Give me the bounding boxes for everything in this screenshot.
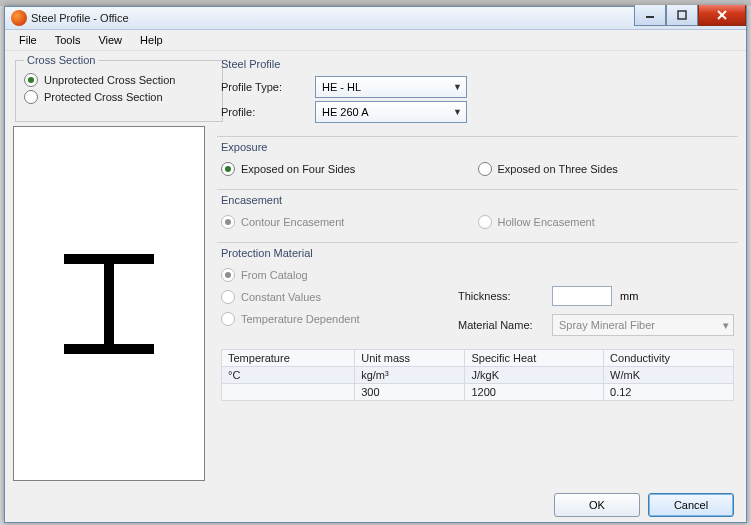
radio-unprotected[interactable]: Unprotected Cross Section <box>24 73 214 87</box>
svg-rect-5 <box>104 264 114 344</box>
thickness-label: Thickness: <box>458 290 548 302</box>
table-header-row: Temperature Unit mass Specific Heat Cond… <box>222 350 734 367</box>
radio-temperature-dependent: Temperature Dependent <box>221 312 458 326</box>
th-conductivity: Conductivity <box>604 350 734 367</box>
combo-value: Spray Mineral Fiber <box>559 319 655 331</box>
encasement-legend: Encasement <box>221 194 734 206</box>
maximize-button[interactable] <box>666 5 698 26</box>
minimize-button[interactable] <box>634 5 666 26</box>
dialog-footer: OK Cancel <box>5 488 746 522</box>
radio-icon <box>221 162 235 176</box>
profile-preview <box>13 126 205 481</box>
cell-conductivity: 0.12 <box>604 384 734 401</box>
radio-exposed-four[interactable]: Exposed on Four Sides <box>221 162 478 176</box>
radio-label: Unprotected Cross Section <box>44 74 175 86</box>
radio-exposed-three[interactable]: Exposed on Three Sides <box>478 162 735 176</box>
material-name-combo: Spray Mineral Fiber ▾ <box>552 314 734 336</box>
material-name-label: Material Name: <box>458 319 548 331</box>
profile-label: Profile: <box>221 106 311 118</box>
radio-label: Hollow Encasement <box>498 216 595 228</box>
radio-icon <box>221 290 235 304</box>
button-label: Cancel <box>674 499 708 511</box>
radio-from-catalog: From Catalog <box>221 268 458 282</box>
thickness-unit: mm <box>620 290 638 302</box>
window-title: Steel Profile - Office <box>31 12 129 24</box>
radio-icon <box>221 215 235 229</box>
exposure-legend: Exposure <box>221 141 734 153</box>
radio-icon <box>221 268 235 282</box>
cross-section-group: Cross Section Unprotected Cross Section … <box>15 54 223 122</box>
menu-view[interactable]: View <box>90 32 130 48</box>
protection-legend: Protection Material <box>221 247 734 259</box>
unit-specific-heat: J/kgK <box>465 367 604 384</box>
menu-file[interactable]: File <box>11 32 45 48</box>
radio-icon <box>24 73 38 87</box>
radio-label: Contour Encasement <box>241 216 344 228</box>
cell-specific-heat: 1200 <box>465 384 604 401</box>
radio-label: Exposed on Three Sides <box>498 163 618 175</box>
menu-tools[interactable]: Tools <box>47 32 89 48</box>
th-specific-heat: Specific Heat <box>465 350 604 367</box>
svg-rect-6 <box>64 344 154 354</box>
unit-temperature: °C <box>222 367 355 384</box>
radio-label: Protected Cross Section <box>44 91 163 103</box>
radio-icon <box>24 90 38 104</box>
steel-profile-legend: Steel Profile <box>221 58 734 70</box>
dialog-window: Steel Profile - Office File Tools View H… <box>4 6 747 523</box>
radio-icon <box>478 215 492 229</box>
radio-contour-encasement: Contour Encasement <box>221 215 478 229</box>
cancel-button[interactable]: Cancel <box>648 493 734 517</box>
radio-label: Exposed on Four Sides <box>241 163 355 175</box>
protection-material-group: Protection Material From Catalog Constan… <box>217 243 738 411</box>
radio-hollow-encasement: Hollow Encasement <box>478 215 735 229</box>
steel-profile-group: Steel Profile Profile Type: HE - HL ▼ Pr… <box>217 54 738 136</box>
encasement-group: Encasement Contour Encasement Hollow Enc… <box>217 190 738 242</box>
unit-unit-mass: kg/m³ <box>355 367 465 384</box>
cell-temperature <box>222 384 355 401</box>
cross-section-legend: Cross Section <box>24 54 98 66</box>
close-button[interactable] <box>698 5 746 26</box>
combo-value: HE 260 A <box>322 106 368 118</box>
chevron-down-icon: ▾ <box>723 319 729 332</box>
chevron-down-icon: ▼ <box>453 107 462 117</box>
titlebar[interactable]: Steel Profile - Office <box>5 7 746 30</box>
svg-rect-4 <box>64 254 154 264</box>
exposure-group: Exposure Exposed on Four Sides Exposed o… <box>217 137 738 189</box>
radio-constant-values: Constant Values <box>221 290 458 304</box>
profile-type-label: Profile Type: <box>221 81 311 93</box>
ok-button[interactable]: OK <box>554 493 640 517</box>
radio-icon <box>221 312 235 326</box>
material-table: Temperature Unit mass Specific Heat Cond… <box>221 349 734 401</box>
th-unit-mass: Unit mass <box>355 350 465 367</box>
radio-label: Constant Values <box>241 291 321 303</box>
chevron-down-icon: ▼ <box>453 82 462 92</box>
menu-help[interactable]: Help <box>132 32 171 48</box>
profile-combo[interactable]: HE 260 A ▼ <box>315 101 467 123</box>
table-units-row: °C kg/m³ J/kgK W/mK <box>222 367 734 384</box>
profile-type-combo[interactable]: HE - HL ▼ <box>315 76 467 98</box>
radio-icon <box>478 162 492 176</box>
thickness-input[interactable] <box>552 286 612 306</box>
cell-unit-mass: 300 <box>355 384 465 401</box>
table-row: 300 1200 0.12 <box>222 384 734 401</box>
i-beam-icon <box>49 224 169 384</box>
radio-protected[interactable]: Protected Cross Section <box>24 90 214 104</box>
app-icon <box>11 10 27 26</box>
unit-conductivity: W/mK <box>604 367 734 384</box>
menubar: File Tools View Help <box>5 30 746 51</box>
combo-value: HE - HL <box>322 81 361 93</box>
svg-rect-1 <box>678 11 686 19</box>
button-label: OK <box>589 499 605 511</box>
radio-label: Temperature Dependent <box>241 313 360 325</box>
radio-label: From Catalog <box>241 269 308 281</box>
th-temperature: Temperature <box>222 350 355 367</box>
